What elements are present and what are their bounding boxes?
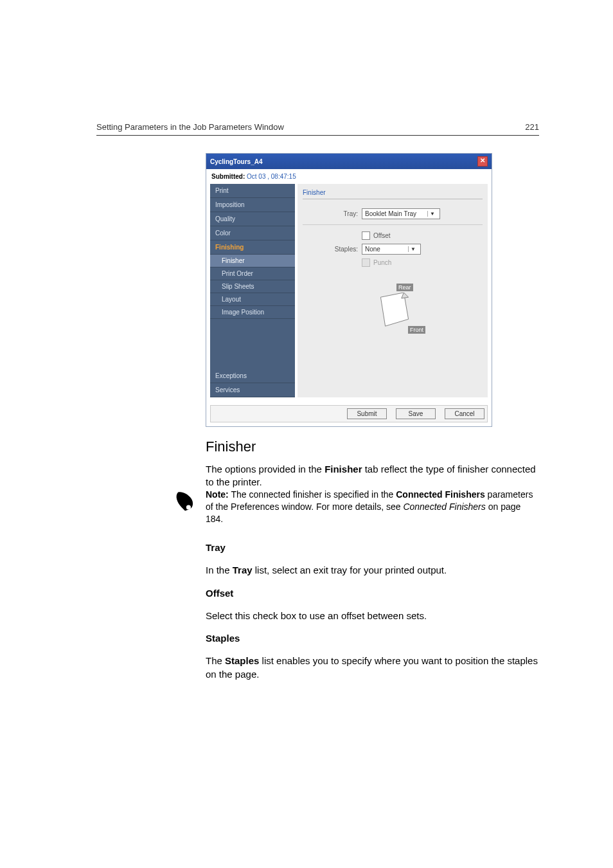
staples-heading: Staples (206, 632, 539, 645)
svg-point-2 (186, 505, 191, 509)
rear-label: Rear (396, 284, 413, 291)
section-heading-finisher: Finisher (206, 437, 539, 457)
punch-checkbox (362, 258, 370, 267)
chevron-down-icon[interactable]: ▼ (408, 246, 418, 252)
tray-value: Booklet Main Tray (365, 210, 416, 217)
note-icon (173, 490, 197, 513)
tray-label: Tray: (303, 210, 358, 217)
staples-value: None (365, 246, 380, 253)
page-icon (377, 293, 412, 327)
staples-text: The Staples list enables you to specify … (206, 655, 539, 681)
chevron-down-icon[interactable]: ▼ (427, 211, 437, 217)
cancel-button[interactable]: Cancel (445, 408, 484, 419)
submit-button[interactable]: Submit (347, 408, 387, 419)
sidebar-sub-slip-sheets[interactable]: Slip Sheets (210, 280, 295, 293)
sidebar-sub-layout[interactable]: Layout (210, 293, 295, 306)
finisher-panel: Finisher Tray: Booklet Main Tray ▼ Offse… (298, 184, 488, 397)
front-label: Front (408, 326, 425, 334)
running-header-left: Setting Parameters in the Job Parameters… (96, 122, 284, 132)
sidebar: Print Imposition Quality Color Finishing… (210, 184, 295, 397)
submitted-label: Submitted: (211, 173, 245, 180)
sidebar-item-exceptions[interactable]: Exceptions (210, 369, 295, 383)
dialog-title: CyclingTours_A4 (210, 158, 263, 165)
panel-title: Finisher (303, 189, 483, 196)
sidebar-item-imposition[interactable]: Imposition (210, 198, 295, 212)
sidebar-item-print[interactable]: Print (210, 184, 295, 198)
close-icon[interactable]: ✕ (477, 156, 488, 167)
button-bar: . Submit Save Cancel (210, 405, 488, 422)
sidebar-item-color[interactable]: Color (210, 226, 295, 240)
submitted-row: Submitted: Oct 03 , 08:47:15 (206, 169, 492, 184)
save-button[interactable]: Save (396, 408, 436, 419)
offset-text: Select this check box to use an offset b… (206, 610, 539, 622)
offset-label: Offset (373, 232, 391, 239)
tray-select[interactable]: Booklet Main Tray ▼ (362, 208, 440, 219)
submitted-value: Oct 03 , 08:47:15 (247, 173, 296, 180)
tray-text: In the Tray list, select an exit tray fo… (206, 564, 539, 577)
sidebar-item-services[interactable]: Services (210, 383, 295, 397)
page-number: 221 (525, 122, 539, 132)
header-rule (96, 135, 539, 136)
note-text: Note: The connected finisher is specifie… (206, 489, 539, 525)
sidebar-sub-finisher[interactable]: Finisher (210, 255, 295, 267)
staples-label: Staples: (303, 246, 358, 253)
tray-heading: Tray (206, 541, 539, 554)
punch-label: Punch (373, 259, 391, 266)
sidebar-sub-print-order[interactable]: Print Order (210, 267, 295, 280)
page-diagram: Rear Front (303, 284, 483, 339)
sidebar-sub-image-position[interactable]: Image Position (210, 306, 295, 319)
job-parameters-dialog: CyclingTours_A4 ✕ Submitted: Oct 03 , 08… (206, 153, 492, 427)
finisher-intro: The options provided in the Finisher tab… (206, 463, 539, 489)
offset-checkbox[interactable] (362, 231, 370, 240)
staples-select[interactable]: None ▼ (362, 244, 421, 255)
dialog-titlebar[interactable]: CyclingTours_A4 ✕ (206, 154, 492, 169)
offset-heading: Offset (206, 587, 539, 600)
sidebar-item-finishing[interactable]: Finishing (210, 240, 295, 255)
sidebar-item-quality[interactable]: Quality (210, 212, 295, 226)
